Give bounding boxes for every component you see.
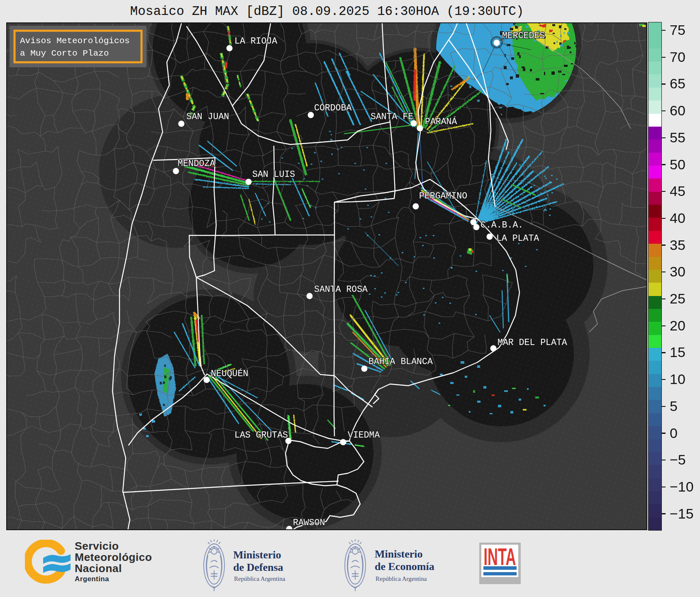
svg-text:MERCEDES: MERCEDES bbox=[502, 31, 545, 41]
svg-text:Servicio: Servicio bbox=[75, 540, 119, 552]
svg-text:PARANÁ: PARANÁ bbox=[425, 116, 457, 127]
svg-text:Avisos Meteorológicos: Avisos Meteorológicos bbox=[20, 36, 130, 46]
svg-text:SAN LUIS: SAN LUIS bbox=[252, 169, 295, 179]
svg-text:RAWSON: RAWSON bbox=[293, 518, 325, 528]
svg-text:LA RIOJA: LA RIOJA bbox=[234, 36, 277, 46]
svg-text:a Muy Corto Plazo: a Muy Corto Plazo bbox=[20, 49, 109, 58]
svg-text:SAN JUAN: SAN JUAN bbox=[186, 112, 229, 122]
svg-text:Meteorológico: Meteorológico bbox=[75, 551, 152, 563]
svg-text:LA PLATA: LA PLATA bbox=[496, 233, 539, 243]
svg-text:SANTA ROSA: SANTA ROSA bbox=[314, 284, 368, 294]
svg-text:NEUQUÉN: NEUQUÉN bbox=[211, 368, 248, 379]
svg-text:CÓRDOBA: CÓRDOBA bbox=[314, 103, 351, 113]
svg-text:Argentina: Argentina bbox=[75, 575, 109, 583]
svg-text:LAS GRUTAS: LAS GRUTAS bbox=[234, 430, 288, 440]
svg-text:PERGAMINO: PERGAMINO bbox=[419, 191, 467, 201]
svg-text:MAR DEL PLATA: MAR DEL PLATA bbox=[498, 338, 567, 347]
svg-text:VIEDMA: VIEDMA bbox=[348, 430, 380, 440]
svg-text:C.A.B.A.: C.A.B.A. bbox=[480, 220, 523, 230]
svg-text:MENDOZA: MENDOZA bbox=[178, 159, 215, 169]
svg-text:Nacional: Nacional bbox=[75, 562, 122, 575]
svg-text:BAHÍA BLANCA: BAHÍA BLANCA bbox=[368, 356, 433, 367]
svg-text:SANTA FE: SANTA FE bbox=[371, 112, 413, 122]
svg-text:INTA: INTA bbox=[484, 545, 516, 570]
